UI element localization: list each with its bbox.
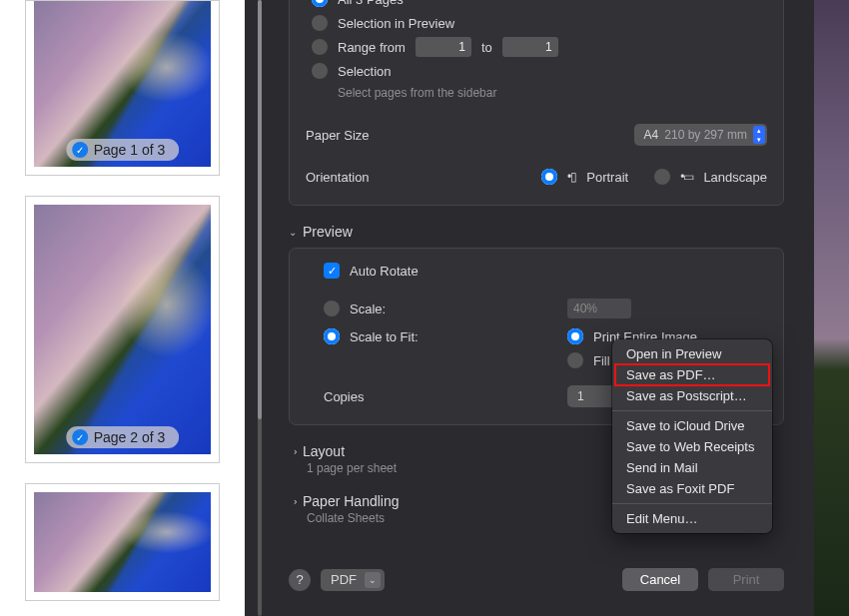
orientation-portrait-label: Portrait xyxy=(586,170,628,185)
preview-heading: Preview xyxy=(303,224,353,240)
scale-input[interactable] xyxy=(567,299,631,318)
page-thumbnail-label: Page 2 of 3 xyxy=(94,429,166,445)
check-icon: ✓ xyxy=(72,142,88,158)
chevron-right-icon: ⌄ xyxy=(288,447,299,455)
page-thumbnail[interactable]: ✓ Page 2 of 3 xyxy=(25,196,220,463)
pdf-menu-item[interactable]: Save as Foxit PDF xyxy=(612,478,772,499)
pages-selection-label: Selection xyxy=(338,64,391,79)
pdf-dropdown[interactable]: PDF ⌄ xyxy=(321,569,385,591)
chevron-down-icon: ⌄ xyxy=(289,227,297,238)
paper-size-dims: 210 by 297 mm xyxy=(664,128,747,142)
pdf-dropdown-label: PDF xyxy=(331,572,357,587)
scale-label: Scale: xyxy=(350,302,386,316)
scale-to-fit-label: Scale to Fit: xyxy=(350,329,419,344)
pdf-menu[interactable]: Open in PreviewSave as PDF…Save as Posts… xyxy=(612,339,772,533)
scrollbar[interactable] xyxy=(258,0,262,616)
page-thumbnail-image xyxy=(34,205,211,454)
fill-entire-paper-radio[interactable] xyxy=(567,352,583,368)
page-thumbnail[interactable] xyxy=(25,483,220,601)
page-thumbnail[interactable]: ✓ Page 1 of 3 xyxy=(25,0,220,176)
copies-value: 1 xyxy=(577,389,584,403)
orientation-portrait-radio[interactable] xyxy=(541,169,557,185)
paper-size-value: A4 xyxy=(644,128,659,142)
scrollbar-thumb[interactable] xyxy=(258,0,262,419)
chevron-right-icon: ⌄ xyxy=(288,497,299,505)
pages-range-radio[interactable] xyxy=(312,39,328,55)
paper-handling-heading: Paper Handling xyxy=(303,493,400,509)
portrait-icon: •▯ xyxy=(567,170,576,184)
pdf-menu-item[interactable]: Save to Web Receipts xyxy=(612,436,772,457)
pdf-menu-item[interactable]: Save to iCloud Drive xyxy=(612,415,772,436)
chevron-updown-icon: ▴▾ xyxy=(753,126,765,144)
menu-separator xyxy=(612,410,772,411)
check-icon: ✓ xyxy=(72,429,88,445)
page-thumbnail-badge: ✓ Page 2 of 3 xyxy=(66,426,180,448)
pdf-menu-item[interactable]: Send in Mail xyxy=(612,457,772,478)
print-dialog-window: ✓ Page 1 of 3 ✓ Page 2 of 3 All 3 Page xyxy=(0,0,814,616)
page-thumbnail-label: Page 1 of 3 xyxy=(94,142,166,158)
auto-rotate-checkbox[interactable]: ✓ xyxy=(324,263,340,279)
menu-separator xyxy=(612,503,772,504)
pages-selection-hint: Select pages from the sidebar xyxy=(338,86,496,100)
auto-rotate-label: Auto Rotate xyxy=(350,264,419,279)
pages-range-from-label: Range from xyxy=(338,40,406,55)
scale-radio[interactable] xyxy=(324,301,340,316)
cancel-button[interactable]: Cancel xyxy=(622,568,698,591)
dialog-footer: ? PDF ⌄ Cancel Print xyxy=(289,568,784,591)
pdf-menu-item[interactable]: Edit Menu… xyxy=(612,508,772,529)
print-entire-image-radio[interactable] xyxy=(567,328,583,344)
orientation-label: Orientation xyxy=(306,170,515,185)
paper-size-select[interactable]: A4 210 by 297 mm ▴▾ xyxy=(634,124,767,146)
pdf-menu-item[interactable]: Save as Postscript… xyxy=(612,385,772,406)
print-button[interactable]: Print xyxy=(708,568,784,591)
paper-size-label: Paper Size xyxy=(306,128,515,143)
pages-selection-preview-label: Selection in Preview xyxy=(338,16,454,31)
orientation-landscape-label: Landscape xyxy=(703,170,767,185)
pdf-menu-item[interactable]: Open in Preview xyxy=(612,343,772,364)
pages-all-radio[interactable] xyxy=(312,0,328,7)
pdf-menu-item[interactable]: Save as PDF… xyxy=(612,364,772,385)
page-thumbnail-image xyxy=(34,492,211,592)
page-range-section: All 3 Pages Selection in Preview Range f… xyxy=(289,0,784,206)
layout-heading: Layout xyxy=(303,443,345,459)
scale-to-fit-radio[interactable] xyxy=(324,328,340,344)
page-thumbnail-badge: ✓ Page 1 of 3 xyxy=(66,139,180,161)
pages-selection-preview-radio[interactable] xyxy=(312,15,328,31)
print-settings-pane: All 3 Pages Selection in Preview Range f… xyxy=(245,0,814,616)
pages-all-label: All 3 Pages xyxy=(338,0,404,7)
chevron-down-icon: ⌄ xyxy=(365,572,381,588)
help-button[interactable]: ? xyxy=(289,569,311,591)
pages-range-to-input[interactable] xyxy=(502,37,558,57)
copies-label: Copies xyxy=(324,389,364,404)
orientation-landscape-radio[interactable] xyxy=(654,169,670,185)
preview-disclosure[interactable]: ⌄ Preview xyxy=(289,224,784,240)
landscape-icon: •▭ xyxy=(680,170,693,184)
pages-selection-radio[interactable] xyxy=(312,63,328,79)
pages-range-from-input[interactable] xyxy=(416,37,471,57)
pages-range-to-label: to xyxy=(481,40,492,55)
page-thumbnail-sidebar[interactable]: ✓ Page 1 of 3 ✓ Page 2 of 3 xyxy=(0,0,245,616)
